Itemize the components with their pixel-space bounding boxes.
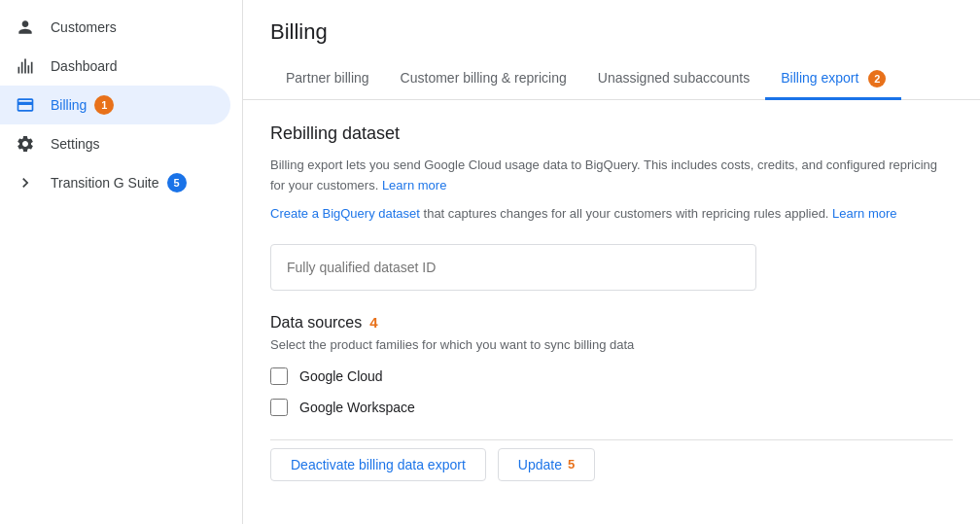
billing-export-badge: 2 (868, 70, 886, 87)
credit-card-icon (16, 95, 35, 115)
tabs: Partner billing Customer billing & repri… (270, 60, 953, 99)
data-sources-section: Data sources 4 Select the product famili… (270, 314, 953, 416)
create-bigquery-link[interactable]: Create a BigQuery dataset (270, 206, 420, 221)
rebilling-title: Rebilling dataset (270, 123, 953, 144)
create-dataset-line: Create a BigQuery dataset that captures … (270, 204, 953, 225)
tab-unassigned[interactable]: Unassigned subaccounts (582, 60, 765, 100)
google-workspace-checkbox-item[interactable]: Google Workspace (270, 399, 953, 416)
data-sources-title: Data sources 4 (270, 314, 953, 332)
sidebar-item-dashboard[interactable]: Dashboard (0, 47, 230, 86)
sidebar-item-label: Dashboard (51, 58, 118, 74)
sidebar-item-billing[interactable]: Billing 1 (0, 86, 230, 124)
page-header: Billing Partner billing Customer billing… (243, 0, 980, 100)
gear-icon (16, 134, 35, 154)
page-title: Billing (270, 19, 953, 45)
arrow-right-icon (16, 173, 35, 192)
transition-badge: 5 (167, 173, 187, 192)
tab-customer-billing[interactable]: Customer billing & repricing (385, 60, 582, 100)
person-icon (16, 17, 35, 37)
billing-badge: 1 (94, 95, 114, 115)
sidebar-item-label: Settings (51, 136, 100, 152)
sidebar-item-settings[interactable]: Settings (0, 124, 230, 163)
sidebar-item-label: Transition G Suite (51, 175, 159, 191)
google-cloud-checkbox[interactable] (270, 367, 288, 385)
google-cloud-label: Google Cloud (299, 368, 383, 384)
learn-more-link-1[interactable]: Learn more (382, 178, 446, 192)
update-button[interactable]: Update 5 (498, 448, 595, 481)
tab-partner-billing[interactable]: Partner billing (270, 60, 385, 100)
rebilling-description: Billing export lets you send Google Clou… (270, 156, 953, 196)
learn-more-link-2[interactable]: Learn more (832, 206, 896, 221)
data-sources-desc: Select the product families for which yo… (270, 337, 953, 352)
actions-bar: Deactivate billing data export Update 5 (270, 439, 953, 481)
tab-billing-export[interactable]: Billing export 2 (765, 60, 901, 100)
sidebar-item-customers[interactable]: Customers (0, 8, 230, 47)
sidebar-item-label: Billing (51, 97, 87, 113)
deactivate-button[interactable]: Deactivate billing data export (270, 448, 486, 481)
data-sources-badge: 4 (369, 314, 377, 331)
google-cloud-checkbox-item[interactable]: Google Cloud (270, 367, 953, 385)
sidebar: Customers Dashboard Billing 1 Settings T… (0, 0, 243, 524)
main-content: Billing Partner billing Customer billing… (243, 0, 980, 524)
sidebar-item-label: Customers (51, 19, 117, 35)
google-workspace-checkbox[interactable] (270, 399, 288, 416)
update-badge: 5 (568, 457, 575, 472)
google-workspace-label: Google Workspace (299, 400, 415, 415)
bar-chart-icon (16, 56, 35, 76)
sidebar-item-transition[interactable]: Transition G Suite 5 (0, 163, 230, 202)
dataset-id-input[interactable] (270, 244, 756, 291)
content-area: Rebilling dataset Billing export lets yo… (243, 100, 980, 504)
